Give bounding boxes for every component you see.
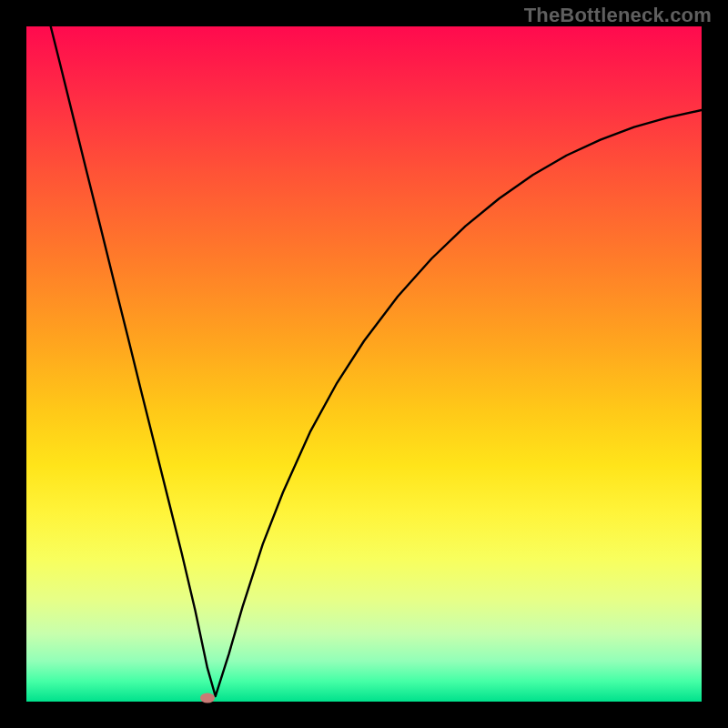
watermark-text: TheBottleneck.com (524, 4, 712, 27)
plot-area (26, 26, 702, 702)
minimum-marker (200, 693, 215, 703)
bottleneck-curve (26, 26, 702, 702)
chart-frame: TheBottleneck.com (0, 0, 728, 728)
